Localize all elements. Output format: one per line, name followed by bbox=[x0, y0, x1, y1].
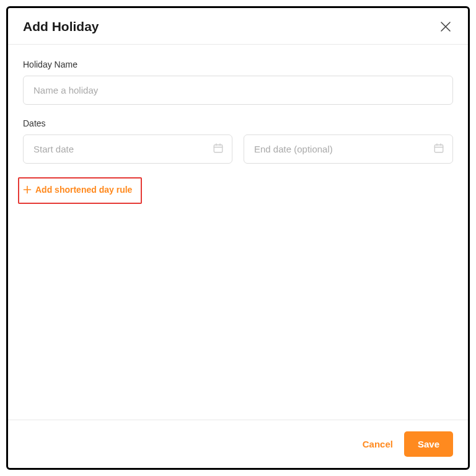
end-date-input[interactable] bbox=[244, 134, 453, 164]
start-date-input[interactable] bbox=[23, 134, 232, 164]
highlight-annotation: Add shortened day rule bbox=[18, 177, 142, 204]
plus-icon bbox=[23, 185, 32, 194]
dates-group: Dates bbox=[23, 118, 453, 164]
close-button[interactable] bbox=[438, 19, 453, 34]
start-date-wrap bbox=[23, 134, 232, 164]
holiday-name-input[interactable] bbox=[23, 76, 453, 105]
close-icon bbox=[439, 20, 452, 33]
end-date-wrap bbox=[244, 134, 453, 164]
modal-body: Holiday Name Dates bbox=[8, 45, 468, 420]
holiday-name-label: Holiday Name bbox=[23, 60, 453, 69]
add-shortened-day-rule-link[interactable]: Add shortened day rule bbox=[23, 185, 132, 195]
modal-footer: Cancel Save bbox=[8, 420, 468, 468]
add-rule-row: Add shortened day rule bbox=[23, 177, 453, 204]
dates-row bbox=[23, 134, 453, 164]
modal-dialog: Add Holiday Holiday Name Dates bbox=[6, 6, 470, 470]
save-button[interactable]: Save bbox=[404, 431, 453, 457]
holiday-name-group: Holiday Name bbox=[23, 60, 453, 105]
modal-title: Add Holiday bbox=[23, 19, 99, 34]
cancel-button[interactable]: Cancel bbox=[363, 439, 393, 449]
dates-label: Dates bbox=[23, 118, 453, 128]
add-rule-label: Add shortened day rule bbox=[35, 185, 132, 195]
modal-header: Add Holiday bbox=[8, 8, 468, 45]
